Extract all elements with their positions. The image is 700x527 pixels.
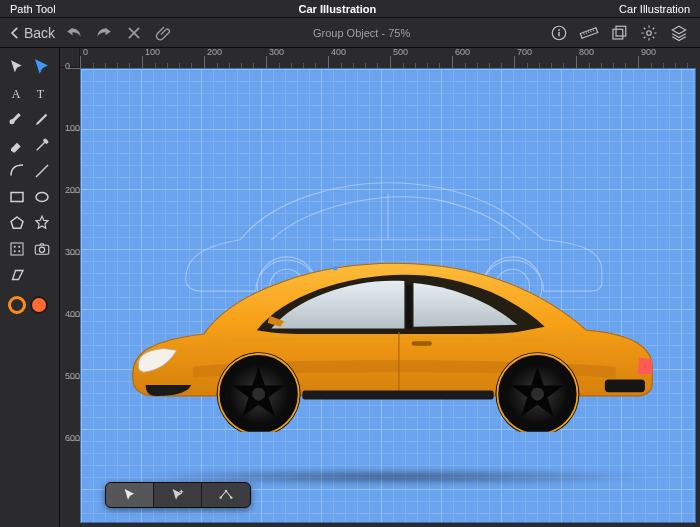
car-b-pillar: [406, 284, 411, 328]
tool-grid: A T: [0, 52, 59, 294]
artboards-button[interactable]: [606, 20, 632, 46]
ruler-tick: [68, 316, 80, 378]
layers-button[interactable]: [666, 20, 692, 46]
direct-select-tool[interactable]: [31, 56, 53, 78]
rectangle-icon: [8, 188, 26, 206]
ruler-tick: [452, 56, 514, 68]
attach-button[interactable]: [151, 20, 177, 46]
svg-point-30: [531, 387, 544, 400]
car-illustration[interactable]: [106, 213, 671, 432]
path-mode-bar: [105, 482, 251, 508]
info-icon: [550, 24, 568, 42]
line-tool[interactable]: [31, 160, 53, 182]
text-icon: T: [33, 84, 51, 102]
rectangle-tool[interactable]: [6, 186, 28, 208]
skew-tool[interactable]: [6, 264, 28, 286]
svg-point-10: [36, 193, 48, 202]
svg-point-6: [647, 30, 652, 35]
ellipse-tool[interactable]: [31, 186, 53, 208]
svg-point-16: [18, 250, 20, 252]
car-taillight: [638, 357, 653, 373]
cursor-icon: [122, 487, 138, 503]
select-tool[interactable]: [6, 56, 28, 78]
arc-icon: [8, 162, 26, 180]
undo-icon: [65, 24, 83, 42]
arc-tool[interactable]: [6, 160, 28, 182]
selected-anchor-point[interactable]: [333, 266, 338, 271]
svg-rect-2: [558, 31, 560, 36]
car-front-wheel: [217, 352, 301, 432]
slice-tool[interactable]: [31, 134, 53, 156]
star-tool[interactable]: [31, 212, 53, 234]
info-button[interactable]: [546, 20, 572, 46]
ruler-tick: [390, 56, 452, 68]
ruler-tick: [142, 56, 204, 68]
close-button[interactable]: [121, 20, 147, 46]
fill-swatch[interactable]: [30, 296, 48, 314]
toolbar: Back Group Object - 75%: [0, 18, 700, 48]
chevron-left-icon: [8, 26, 22, 40]
ruler-tick: [204, 56, 266, 68]
canvas-area: [60, 48, 700, 527]
undo-button[interactable]: [61, 20, 87, 46]
pattern-tool[interactable]: [6, 238, 28, 260]
font-tool[interactable]: A: [6, 82, 28, 104]
svg-point-1: [558, 29, 560, 31]
artboards-icon: [610, 24, 628, 42]
ellipse-icon: [33, 188, 51, 206]
vertical-ruler[interactable]: [60, 68, 80, 527]
car-rear-wheel: [496, 352, 580, 432]
redo-icon: [95, 24, 113, 42]
ruler-tick: [68, 440, 80, 502]
back-label: Back: [24, 25, 55, 41]
cursor-outline-icon: [33, 58, 51, 76]
svg-point-31: [219, 496, 221, 498]
ruler-tick: [638, 56, 700, 68]
status-doc-label: Car Illustration: [619, 3, 690, 15]
svg-point-15: [14, 250, 16, 252]
stroke-swatch[interactable]: [8, 296, 26, 314]
text-tool[interactable]: T: [31, 82, 53, 104]
viewport[interactable]: [80, 68, 696, 523]
svg-rect-4: [613, 29, 623, 39]
tool-sidebar: A T: [0, 48, 60, 527]
svg-point-18: [39, 247, 44, 252]
slice-icon: [33, 136, 51, 154]
gear-icon: [640, 24, 658, 42]
camera-icon: [33, 240, 51, 258]
ruler-tick: [68, 254, 80, 316]
camera-tool[interactable]: [31, 238, 53, 260]
skew-icon: [8, 266, 26, 284]
status-bar: Path Tool Car Illustration Car Illustrat…: [0, 0, 700, 18]
star-icon: [33, 214, 51, 232]
ruler-tick: [68, 192, 80, 254]
horizontal-ruler[interactable]: [80, 48, 700, 68]
eraser-tool[interactable]: [6, 134, 28, 156]
anchor-convert-icon: [218, 487, 234, 503]
back-button[interactable]: Back: [8, 25, 57, 41]
ruler-tick: [514, 56, 576, 68]
svg-rect-5: [616, 26, 626, 36]
empty-tool-slot: [31, 264, 53, 286]
svg-point-32: [225, 490, 227, 492]
mode-move[interactable]: [106, 483, 154, 507]
polygon-tool[interactable]: [6, 212, 28, 234]
pencil-tool[interactable]: [31, 108, 53, 130]
mode-add[interactable]: [154, 483, 202, 507]
polygon-icon: [8, 214, 26, 232]
svg-text:A: A: [12, 87, 21, 101]
brush-icon: [8, 110, 26, 128]
document-title: Car Illustration: [56, 3, 619, 15]
cursor-icon: [8, 58, 26, 76]
svg-point-26: [252, 387, 265, 400]
ruler-button[interactable]: [576, 20, 602, 46]
brush-tool[interactable]: [6, 108, 28, 130]
redo-button[interactable]: [91, 20, 117, 46]
ruler-tick: [68, 68, 80, 130]
font-icon: A: [8, 84, 26, 102]
settings-button[interactable]: [636, 20, 662, 46]
layers-icon: [670, 24, 688, 42]
ruler-tick: [68, 130, 80, 192]
mode-convert[interactable]: [202, 483, 250, 507]
ruler-icon: [579, 23, 599, 43]
